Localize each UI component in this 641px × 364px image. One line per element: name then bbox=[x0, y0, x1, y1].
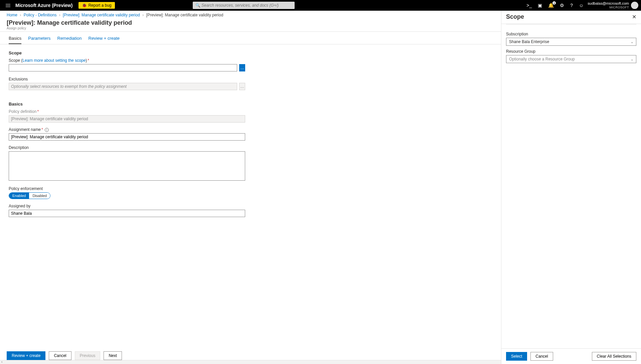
breadcrumb-preview[interactable]: [Preview]: Manage certificate validity p… bbox=[63, 13, 140, 17]
scope-panel-header: Scope ✕ bbox=[501, 11, 641, 24]
assigned-by-input[interactable] bbox=[9, 210, 245, 217]
exclusions-input bbox=[9, 83, 237, 90]
required-marker: * bbox=[88, 58, 89, 63]
tab-basics[interactable]: Basics bbox=[9, 36, 21, 44]
bug-icon: 🐞 bbox=[82, 3, 87, 8]
next-button[interactable]: Next bbox=[104, 351, 122, 360]
help-icon[interactable]: ? bbox=[570, 3, 573, 8]
scope-learn-more-link[interactable]: Learn more about setting the scope bbox=[22, 58, 86, 63]
scope-panel-footer: Select Cancel Clear All Selections bbox=[501, 348, 641, 364]
description-label: Description bbox=[9, 145, 245, 150]
scope-panel-title: Scope bbox=[506, 13, 524, 20]
policy-definition-label: Policy definition* bbox=[9, 109, 245, 114]
exclusions-label: Exclusions bbox=[9, 77, 245, 81]
description-input[interactable] bbox=[9, 151, 245, 181]
required-marker: * bbox=[41, 127, 43, 132]
cloud-shell-icon[interactable]: >_ bbox=[526, 3, 532, 8]
exclusions-picker-button: … bbox=[239, 83, 245, 90]
scroll-left-icon[interactable]: ‹ bbox=[1, 360, 2, 364]
clear-selections-button[interactable]: Clear All Selections bbox=[592, 352, 636, 361]
search-wrap: 🔍 bbox=[193, 2, 295, 9]
scope-picker-button[interactable]: … bbox=[239, 64, 245, 71]
bug-label: Report a bug bbox=[88, 3, 111, 8]
enforcement-toggle[interactable]: Enabled Disabled bbox=[9, 192, 50, 199]
scope-section-header: Scope bbox=[9, 50, 245, 55]
scope-panel: Scope ✕ Subscription Shane Bala Enterpri… bbox=[501, 11, 641, 364]
subscription-select[interactable]: Shane Bala Enterprise ⌄ bbox=[506, 38, 636, 46]
scope-label: Scope (Learn more about setting the scop… bbox=[9, 58, 245, 63]
scope-cancel-button[interactable]: Cancel bbox=[530, 352, 553, 361]
notifications-icon[interactable]: 🔔1 bbox=[548, 3, 554, 8]
subscription-label: Subscription bbox=[506, 32, 636, 36]
report-bug-button[interactable]: 🐞 Report a bug bbox=[78, 2, 115, 9]
horizontal-scrollbar[interactable]: ‹ bbox=[0, 360, 501, 364]
assignment-name-label: Assignment name* i bbox=[9, 127, 245, 132]
footer-bar: Review + create Cancel Previous Next bbox=[7, 351, 122, 360]
search-icon: 🔍 bbox=[195, 3, 200, 8]
cancel-button[interactable]: Cancel bbox=[49, 351, 71, 360]
resource-group-select[interactable]: Optionally choose a Resource Group ⌄ bbox=[506, 55, 636, 63]
assigned-by-label: Assigned by bbox=[9, 204, 245, 208]
previous-button: Previous bbox=[75, 351, 101, 360]
assignment-name-input[interactable] bbox=[9, 133, 245, 141]
avatar[interactable] bbox=[631, 2, 638, 9]
basics-section-header: Basics bbox=[9, 102, 245, 107]
required-marker: * bbox=[37, 109, 39, 114]
enforcement-enabled[interactable]: Enabled bbox=[9, 193, 29, 199]
chevron-right-icon: › bbox=[59, 13, 60, 17]
close-icon[interactable]: ✕ bbox=[632, 14, 636, 20]
breadcrumb-current: [Preview]: Manage certificate validity p… bbox=[146, 13, 223, 17]
directory-icon[interactable]: ▣ bbox=[538, 3, 542, 8]
top-icon-tray: >_ ▣ 🔔1 ⚙ ? ☺ bbox=[526, 3, 584, 8]
enforcement-disabled[interactable]: Disabled bbox=[29, 193, 50, 199]
feedback-icon[interactable]: ☺ bbox=[579, 3, 584, 8]
form-area: Scope Scope (Learn more about setting th… bbox=[0, 44, 254, 222]
chevron-right-icon: › bbox=[20, 13, 21, 17]
user-email: sudbalas@microsoft.com bbox=[588, 1, 629, 6]
chevron-down-icon: ⌄ bbox=[631, 57, 633, 61]
review-create-button[interactable]: Review + create bbox=[7, 351, 45, 360]
resource-group-placeholder: Optionally choose a Resource Group bbox=[509, 57, 575, 61]
policy-definition-input bbox=[9, 115, 245, 123]
search-input[interactable] bbox=[193, 2, 295, 9]
info-icon[interactable]: i bbox=[45, 128, 49, 132]
subscription-value: Shane Bala Enterprise bbox=[509, 39, 549, 44]
user-block[interactable]: sudbalas@microsoft.com MICROSOFT bbox=[588, 1, 629, 9]
scope-panel-body: Subscription Shane Bala Enterprise ⌄ Res… bbox=[501, 24, 641, 67]
tab-review-create[interactable]: Review + create bbox=[89, 36, 120, 44]
notification-badge: 1 bbox=[552, 1, 556, 5]
chevron-down-icon: ⌄ bbox=[631, 40, 633, 44]
menu-icon[interactable] bbox=[3, 4, 13, 7]
breadcrumb-home[interactable]: Home bbox=[7, 13, 17, 17]
enforcement-label: Policy enforcement bbox=[9, 186, 245, 191]
chevron-right-icon: › bbox=[142, 13, 144, 17]
tab-remediation[interactable]: Remediation bbox=[57, 36, 82, 44]
tab-parameters[interactable]: Parameters bbox=[28, 36, 50, 44]
top-bar: Microsoft Azure (Preview) 🐞 Report a bug… bbox=[0, 0, 641, 11]
resource-group-label: Resource Group bbox=[506, 49, 636, 54]
scope-input[interactable] bbox=[9, 64, 237, 71]
scope-select-button[interactable]: Select bbox=[506, 352, 527, 361]
brand-label: Microsoft Azure (Preview) bbox=[15, 3, 72, 8]
settings-icon[interactable]: ⚙ bbox=[560, 3, 564, 8]
tenant-label: MICROSOFT bbox=[588, 6, 629, 9]
breadcrumb-policy[interactable]: Policy - Definitions bbox=[24, 13, 57, 17]
